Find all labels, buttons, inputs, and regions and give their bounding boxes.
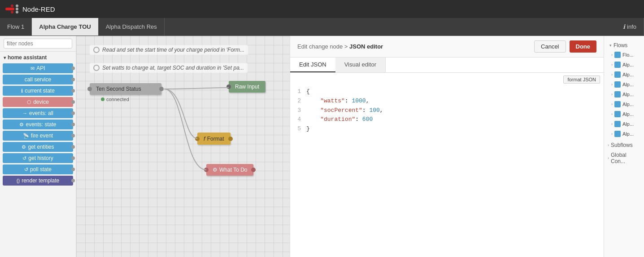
sidebar-section-header[interactable]: ▾ home assistant bbox=[0, 52, 76, 62]
tab-info[interactable]: ℹ info bbox=[616, 18, 644, 35]
flows-chevron-icon: ▾ bbox=[609, 43, 612, 48]
panel-actions: Cancel Done bbox=[534, 40, 596, 53]
info-item-flow1[interactable]: › Flo... bbox=[608, 50, 640, 59]
json-editor-area: format JSON 1 2 3 4 5 { "watts": 1000, "… bbox=[290, 73, 604, 257]
tab-edit-json[interactable]: Edit JSON bbox=[290, 58, 335, 72]
main-area: ▾ home assistant ✉ API call service ℹ cu… bbox=[0, 36, 644, 257]
info-subflows-header[interactable]: › Subflows bbox=[604, 140, 644, 150]
format-port-left bbox=[195, 137, 200, 141]
cancel-button[interactable]: Cancel bbox=[534, 40, 566, 53]
alph2-chevron: › bbox=[611, 72, 613, 77]
get-history-label: get history bbox=[28, 155, 53, 161]
tab-alpha-charge[interactable]: Alpha Charge TOU bbox=[32, 18, 98, 35]
info-global-header[interactable]: › Global Con... bbox=[604, 150, 644, 166]
format-label: Format bbox=[207, 136, 224, 142]
tab-flow1[interactable]: Flow 1 bbox=[0, 18, 32, 35]
alph5-chevron: › bbox=[611, 102, 613, 106]
alph3-icon bbox=[614, 81, 621, 88]
get-entities-icon: ⚙ bbox=[22, 144, 26, 150]
sidebar-node-api[interactable]: ✉ API bbox=[3, 63, 73, 73]
raw-input-label: Raw Input bbox=[235, 84, 259, 90]
format-json-button[interactable]: format JSON bbox=[563, 75, 600, 84]
code-editor[interactable]: 1 2 3 4 5 { "watts": 1000, "socPercent":… bbox=[290, 84, 604, 257]
sidebar-node-get-entities[interactable]: ⚙ get entities bbox=[3, 142, 73, 152]
format-port-right bbox=[228, 137, 233, 141]
info-item-alph4[interactable]: › Alp... bbox=[608, 90, 640, 99]
line-num-3: 3 bbox=[296, 106, 301, 115]
sidebar-node-current-state[interactable]: ℹ current state bbox=[3, 86, 73, 96]
connected-status: connected bbox=[101, 97, 129, 102]
canvas-node-format[interactable]: f Format bbox=[197, 133, 231, 145]
subflows-chevron-icon: › bbox=[608, 143, 609, 147]
info-item-alph8[interactable]: › Alp... bbox=[608, 129, 640, 138]
info-item-alph7[interactable]: › Alp... bbox=[608, 120, 640, 128]
connected-label: connected bbox=[106, 97, 129, 102]
fire-event-label: fire event bbox=[31, 133, 53, 139]
info-item-alph2[interactable]: › Alp... bbox=[608, 70, 640, 79]
alph5-icon bbox=[614, 101, 621, 107]
sidebar-node-get-history[interactable]: ↺ get history bbox=[3, 153, 73, 163]
svg-rect-0 bbox=[5, 8, 14, 10]
ten-second-port-right bbox=[159, 87, 164, 91]
sidebar-node-call-service[interactable]: call service bbox=[3, 75, 73, 84]
info-item-alph6[interactable]: › Alp... bbox=[608, 110, 640, 119]
info-subflows-label: Subflows bbox=[611, 142, 633, 148]
alph6-icon bbox=[614, 111, 621, 117]
canvas-area[interactable]: Read and set the start time of your char… bbox=[76, 36, 290, 257]
alph2-icon bbox=[614, 71, 621, 78]
events-all-port-right bbox=[71, 111, 75, 115]
info-flows-header[interactable]: ▾ Flows bbox=[608, 41, 640, 49]
fire-event-port-right bbox=[71, 134, 75, 137]
svg-rect-1 bbox=[11, 4, 13, 7]
code-content[interactable]: { "watts": 1000, "socPercent": 100, "dur… bbox=[306, 87, 598, 253]
chevron-down-icon: ▾ bbox=[4, 55, 6, 60]
sidebar-node-poll-state[interactable]: ↺ poll state bbox=[3, 164, 73, 174]
current-state-port-right bbox=[71, 89, 75, 93]
info-icon: ℹ bbox=[623, 23, 625, 30]
current-state-icon: ℹ bbox=[21, 88, 23, 94]
fire-event-icon: 📡 bbox=[23, 133, 29, 139]
sidebar-nodes-list: ✉ API call service ℹ current state ⬡ dev… bbox=[0, 62, 76, 186]
sidebar-node-device[interactable]: ⬡ device bbox=[3, 97, 73, 107]
sidebar-node-events-state[interactable]: ⚙ events: state bbox=[3, 120, 73, 129]
alph1-icon bbox=[614, 62, 621, 68]
events-state-label: events: state bbox=[26, 121, 56, 128]
line-num-1: 1 bbox=[296, 87, 301, 97]
info-item-alph5[interactable]: › Alp... bbox=[608, 100, 640, 109]
svg-point-4 bbox=[16, 8, 18, 10]
comment-icon-2 bbox=[93, 65, 100, 71]
events-state-port-right bbox=[71, 123, 75, 126]
alph8-item-label: Alp... bbox=[622, 131, 634, 137]
get-history-port-right bbox=[71, 156, 75, 160]
global-chevron-icon: › bbox=[608, 156, 609, 160]
svg-point-5 bbox=[16, 11, 18, 13]
json-panel: Edit change node > JSON editor Cancel Do… bbox=[290, 36, 604, 257]
code-line-1: { bbox=[306, 87, 598, 97]
sidebar-node-render-template[interactable]: {} render template bbox=[3, 176, 73, 186]
events-all-label: events: all bbox=[29, 110, 53, 116]
info-item-alph1[interactable]: › Alp... bbox=[608, 60, 640, 69]
tab-alpha-dispatch[interactable]: Alpha Dispatch Res bbox=[99, 18, 165, 35]
render-template-label: render template bbox=[22, 177, 59, 184]
sidebar-node-fire-event[interactable]: 📡 fire event bbox=[3, 131, 73, 141]
filter-nodes-input[interactable] bbox=[4, 39, 72, 49]
ten-second-port-left bbox=[87, 87, 92, 91]
api-node-label: API bbox=[36, 65, 45, 71]
sidebar-node-events-all[interactable]: → events: all bbox=[3, 108, 73, 118]
done-button[interactable]: Done bbox=[570, 40, 597, 53]
render-template-icon: {} bbox=[17, 178, 20, 183]
svg-point-3 bbox=[16, 4, 18, 7]
get-entities-port-right bbox=[71, 145, 75, 149]
canvas-node-ten-second[interactable]: Ten Second Status bbox=[90, 83, 161, 95]
comment-text-1: Read and set the start time of your char… bbox=[102, 47, 244, 53]
section-label: home assistant bbox=[8, 54, 47, 61]
canvas-node-raw-input[interactable]: Raw Input bbox=[229, 81, 265, 93]
node-red-logo-icon bbox=[5, 4, 20, 14]
canvas-node-what-to-do[interactable]: ⚙ What To Do bbox=[206, 164, 253, 176]
alph8-chevron: › bbox=[611, 132, 613, 136]
info-item-alph3[interactable]: › Alp... bbox=[608, 80, 640, 89]
tab-bar: Flow 1 Alpha Charge TOU Alpha Dispatch R… bbox=[0, 18, 644, 36]
line-num-2: 2 bbox=[296, 97, 301, 106]
comment-text-2: Set watts to charge at, target SOC and d… bbox=[102, 65, 244, 71]
tab-visual-editor[interactable]: Visual editor bbox=[335, 58, 386, 72]
